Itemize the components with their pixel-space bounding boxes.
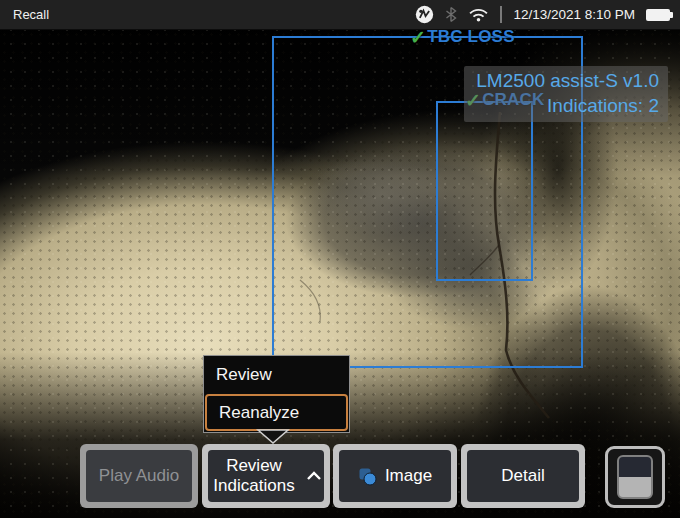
- toggle-state-indicator: [617, 455, 653, 499]
- detail-button[interactable]: Detail: [467, 450, 579, 502]
- review-indications-shell: Review Indications: [202, 444, 330, 508]
- play-audio-shell: Play Audio: [80, 444, 198, 508]
- image-stack-icon: [358, 467, 377, 486]
- status-bar: Recall 12/13/2021 8:10 PM: [0, 0, 680, 30]
- review-indications-menu: Review Reanalyze: [203, 355, 350, 433]
- image-button-label: Image: [385, 466, 432, 486]
- datetime-text: 12/13/2021 8:10 PM: [513, 7, 635, 22]
- analysis-model-name: LM2500 assist-S v1.0: [476, 68, 659, 93]
- image-button[interactable]: Image: [339, 450, 451, 502]
- detail-shell: Detail: [461, 444, 585, 508]
- status-icons: 12/13/2021 8:10 PM: [415, 5, 680, 24]
- detection-label-tbc-loss: ✓ TBC LOSS: [410, 27, 515, 47]
- menu-caret: [256, 429, 290, 445]
- status-separator: [500, 6, 502, 23]
- recall-screen: Recall 12/13/2021 8:10 PM ✓ TBC LOSS: [0, 0, 680, 518]
- assist-app-icon: [415, 5, 434, 24]
- review-indications-button[interactable]: Review Indications: [208, 450, 324, 502]
- image-shell: Image: [333, 444, 457, 508]
- menu-item-review[interactable]: Review: [204, 356, 349, 393]
- screen-toggle-button[interactable]: [605, 446, 665, 508]
- indications-count: Indications: 2: [476, 93, 659, 118]
- analysis-info-panel: LM2500 assist-S v1.0 Indications: 2: [464, 66, 668, 122]
- chevron-up-icon: [306, 471, 322, 481]
- bluetooth-icon: [445, 6, 457, 23]
- play-audio-button[interactable]: Play Audio: [86, 450, 192, 502]
- detection-label-text: TBC LOSS: [427, 27, 515, 47]
- wifi-icon: [468, 7, 489, 22]
- review-indications-label: Review Indications: [210, 456, 298, 495]
- screen-title: Recall: [0, 7, 49, 22]
- check-icon: ✓: [410, 28, 426, 47]
- menu-item-reanalyze[interactable]: Reanalyze: [205, 394, 348, 431]
- detection-box-crack: [436, 101, 533, 281]
- battery-icon: [646, 9, 670, 21]
